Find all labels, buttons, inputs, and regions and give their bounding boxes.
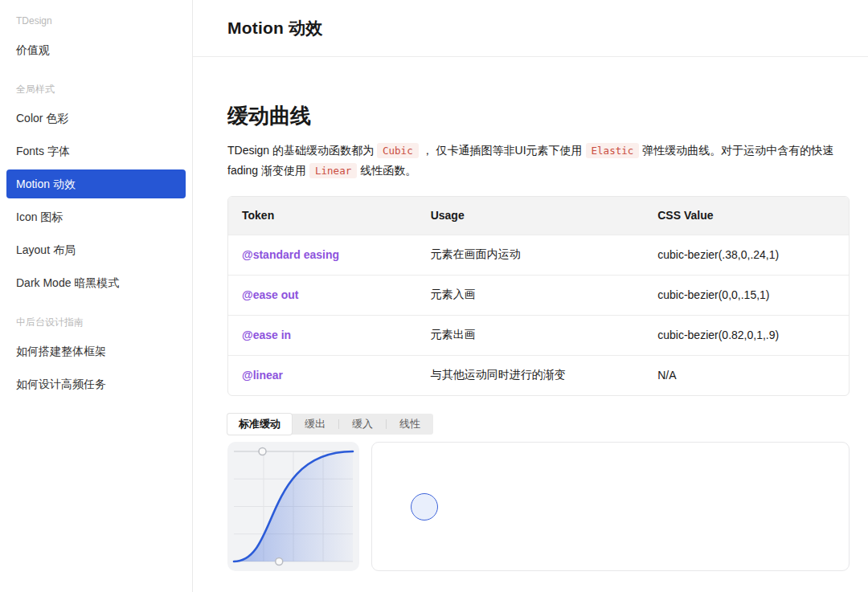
table-header-row: TokenUsageCSS Value [228,197,849,235]
sidebar-item-tasks[interactable]: 如何设计高频任务 [6,369,186,398]
demo-ball [411,493,438,521]
intro-paragraph: TDesign 的基础缓动函数都为Cubic， 仅卡通插图等非UI元素下使用El… [227,141,850,181]
column-header: CSS Value [644,197,849,235]
sidebar-nav: TDesign价值观全局样式Color 色彩Fonts 字体Motion 动效I… [0,0,193,592]
easing-tab-bar: 标准缓动缓出缓入线性 [227,414,433,435]
token-cell: @ease out [228,275,417,315]
curve-handle-bottom[interactable] [276,558,283,565]
token-link: @ease in [242,329,291,341]
sidebar-item-framework[interactable]: 如何搭建整体框架 [6,337,186,365]
tab-standard[interactable]: 标准缓动 [227,414,292,435]
css-value-cell: cubic-bezier(0,0,.15,1) [644,275,849,315]
app-window: TDesign价值观全局样式Color 色彩Fonts 字体Motion 动效I… [0,0,868,592]
main-area: Motion 动效 缓动曲线 TDesign 的基础缓动函数都为Cubic， 仅… [193,0,868,592]
sidebar-group: 全局样式Color 色彩Fonts 字体Motion 动效Icon 图标Layo… [0,81,192,297]
page-title: Motion 动效 [227,17,322,39]
tab-ease-out[interactable]: 缓出 [292,414,338,435]
demo-row [227,442,850,571]
token-link: @ease out [242,288,298,301]
sidebar-group: 中后台设计指南如何搭建整体框架如何设计高频任务 [0,314,192,398]
sidebar-group-heading: 中后台设计指南 [0,314,192,330]
table-row: @standard easing元素在画面内运动cubic-bezier(.38… [228,235,849,275]
table-row: @linear与其他运动同时进行的渐变N/A [228,355,849,395]
intro-text: 线性函数。 [360,164,416,177]
inline-code: Cubic [377,143,419,158]
token-link: @linear [242,369,283,382]
css-value-cell: cubic-bezier(.38,0,.24,1) [644,235,849,275]
usage-cell: 元素入画 [417,275,645,315]
sidebar-item-values[interactable]: 价值观 [6,35,186,64]
usage-cell: 与其他运动同时进行的渐变 [417,355,645,395]
token-cell: @ease in [228,315,417,355]
inline-code: Linear [309,163,357,178]
css-value-cell: cubic-bezier(0.82,0,1,.9) [644,315,849,355]
token-link: @standard easing [242,248,339,261]
intro-text: TDesign 的基础缓动函数都为 [227,144,374,157]
table-row: @ease out元素入画cubic-bezier(0,0,.15,1) [228,275,849,315]
bezier-curve-editor[interactable] [227,442,359,571]
animation-demo-panel[interactable] [371,442,850,571]
sidebar-item-layout[interactable]: Layout 布局 [6,235,186,264]
sidebar-item-fonts[interactable]: Fonts 字体 [6,137,186,165]
token-cell: @linear [228,355,417,395]
sidebar-item-motion[interactable]: Motion 动效 [6,169,186,198]
tab-linear[interactable]: 线性 [387,414,433,435]
tab-ease-in[interactable]: 缓入 [339,414,386,435]
column-header: Token [228,197,417,235]
sidebar-item-color[interactable]: Color 色彩 [6,104,186,133]
page-header: Motion 动效 [193,0,868,57]
sidebar-item-darkmode[interactable]: Dark Mode 暗黑模式 [6,268,186,297]
table-row: @ease in元素出画cubic-bezier(0.82,0,1,.9) [228,315,849,355]
easing-token-table: TokenUsageCSS Value @standard easing元素在画… [227,196,850,396]
inline-code: Elastic [586,143,640,158]
token-cell: @standard easing [228,235,417,275]
sidebar-group: TDesign价值观 [0,13,192,64]
intro-text: ， 仅卡通插图等非UI元素下使用 [422,144,583,157]
usage-cell: 元素在画面内运动 [417,235,645,275]
sidebar-item-icon[interactable]: Icon 图标 [6,202,186,231]
curve-handle-top[interactable] [259,448,266,455]
usage-cell: 元素出画 [417,315,645,355]
bezier-curve-svg [227,442,359,571]
column-header: Usage [417,197,645,235]
page-content: 缓动曲线 TDesign 的基础缓动函数都为Cubic， 仅卡通插图等非UI元素… [193,57,868,592]
section-heading: 缓动曲线 [227,104,850,128]
sidebar-group-heading: 全局样式 [0,81,192,97]
css-value-cell: N/A [644,355,849,395]
sidebar-group-heading: TDesign [0,13,192,29]
